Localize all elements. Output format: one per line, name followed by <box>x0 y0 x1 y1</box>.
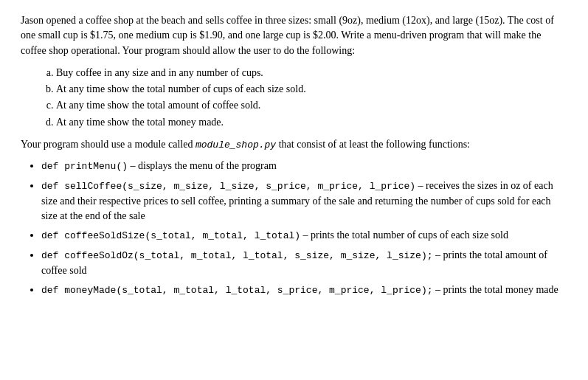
list-item: def moneyMade(s_total, m_total, l_total,… <box>41 283 567 298</box>
list-item: def coffeeSoldSize(s_total, m_total, l_t… <box>41 228 567 243</box>
list-item: At any time show the total amount of cof… <box>56 98 567 113</box>
function-desc: – prints the total number of cups of eac… <box>300 229 508 241</box>
function-desc: – displays the menu of the program <box>128 160 277 171</box>
module-intro-paragraph: Your program should use a module called … <box>21 137 567 153</box>
functions-list: def printMenu() – displays the menu of t… <box>41 159 567 298</box>
list-item: Buy coffee in any size and in any number… <box>56 66 567 80</box>
intro-paragraph: Jason opened a coffee shop at the beach … <box>21 13 567 58</box>
function-code: def coffeeSoldOz(s_total, m_total, l_tot… <box>41 250 433 261</box>
list-item: def printMenu() – displays the menu of t… <box>41 159 567 174</box>
list-item: def coffeeSoldOz(s_total, m_total, l_tot… <box>41 248 567 278</box>
function-code: def moneyMade(s_total, m_total, l_total,… <box>41 285 433 296</box>
module-intro-text: Your program should use a module called <box>21 139 196 150</box>
function-code: def coffeeSoldSize(s_total, m_total, l_t… <box>41 230 300 241</box>
module-intro-end: that consist of at least the following f… <box>276 139 470 150</box>
requirements-list: Buy coffee in any size and in any number… <box>56 66 567 130</box>
function-desc: – prints the total money made <box>433 284 558 295</box>
list-item: def sellCoffee(s_size, m_size, l_size, s… <box>41 179 567 224</box>
list-item: At any time show the total number of cup… <box>56 82 567 97</box>
list-item: At any time show the total money made. <box>56 115 567 130</box>
function-code: def printMenu() <box>41 161 128 172</box>
function-code: def sellCoffee(s_size, m_size, l_size, s… <box>41 181 415 192</box>
module-name: module_shop.py <box>196 139 276 151</box>
